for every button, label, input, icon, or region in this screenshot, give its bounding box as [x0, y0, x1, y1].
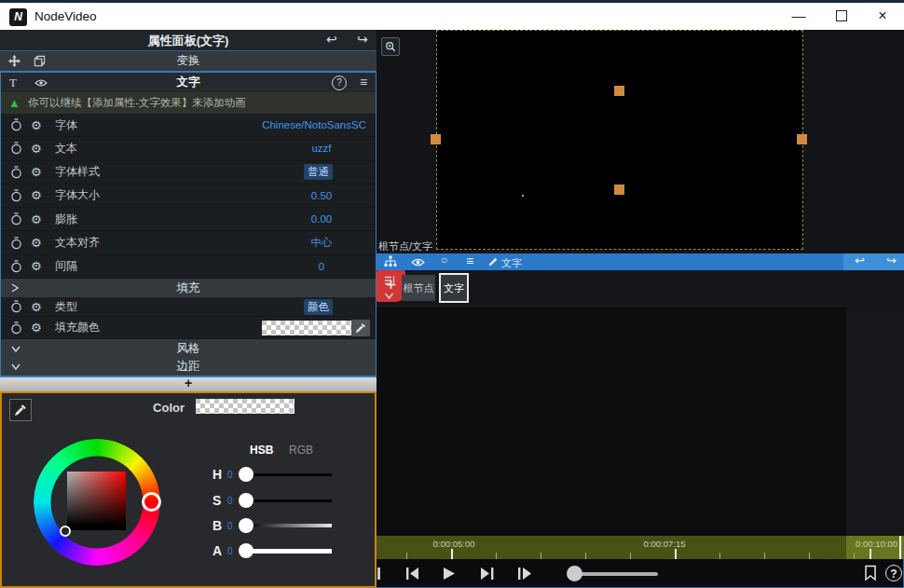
clipped-icon [377, 567, 380, 580]
keyframe-stopwatch-icon[interactable] [10, 237, 31, 250]
gear-icon[interactable]: ⚙ [31, 321, 55, 335]
panel-resize-divider[interactable]: + [0, 377, 377, 391]
gear-icon[interactable]: ⚙ [31, 165, 55, 179]
selection-handle-top[interactable] [614, 86, 624, 96]
alpha-slider-handle[interactable] [239, 543, 253, 558]
help-icon[interactable]: ? [332, 75, 347, 90]
fill-section-header[interactable]: 填充 [1, 279, 376, 297]
property-value[interactable]: 普通 [304, 164, 333, 180]
gear-icon[interactable]: ⚙ [31, 142, 55, 156]
transport-bar: ? [377, 559, 904, 588]
property-value[interactable]: 中心 [277, 236, 366, 250]
node-list-icon[interactable] [383, 275, 396, 287]
nodevideo-window: N NodeVideo — × 属性面板(文字) ↩ ↪ 变换 T [0, 0, 904, 588]
menu-icon[interactable]: ≡ [466, 253, 473, 268]
ruler-tick [630, 553, 631, 559]
keyframe-stopwatch-icon[interactable] [10, 142, 31, 155]
pencil-icon[interactable] [487, 256, 499, 267]
hue-slider-track[interactable] [250, 473, 332, 476]
saturation-slider-track[interactable] [250, 499, 332, 502]
eye-icon[interactable] [411, 257, 425, 267]
alpha-slider-track[interactable] [250, 549, 332, 554]
keyframe-stopwatch-icon[interactable] [10, 166, 31, 179]
brightness-slider-handle[interactable] [239, 518, 253, 533]
title-bar: N NodeVideo — × [0, 0, 904, 30]
margin-section-header[interactable]: 边距 [1, 358, 376, 376]
redo-icon[interactable]: ↪ [886, 253, 897, 267]
property-value[interactable]: uzzf [277, 143, 366, 154]
gear-icon[interactable]: ⚙ [31, 118, 55, 132]
selection-handle-left[interactable] [431, 134, 441, 144]
chevron-down-icon[interactable] [383, 292, 395, 300]
ruler-tick [719, 553, 720, 559]
seek-slider-track[interactable] [578, 572, 658, 576]
circle-icon[interactable]: ○ [441, 253, 447, 267]
brightness-slider-track[interactable] [250, 524, 332, 527]
minimize-button[interactable]: — [781, 3, 816, 29]
hue-slider-handle[interactable] [239, 467, 253, 482]
close-button[interactable]: × [865, 3, 900, 29]
saturation-slider-handle[interactable] [239, 493, 253, 508]
keyframe-stopwatch-icon[interactable] [10, 300, 31, 313]
keyframe-stopwatch-icon[interactable] [10, 118, 31, 131]
property-value[interactable]: 0 [277, 261, 366, 272]
property-value[interactable]: 0.00 [277, 213, 366, 225]
keyframe-stopwatch-icon[interactable] [10, 321, 31, 335]
gear-icon[interactable]: ⚙ [31, 259, 55, 273]
ruler-tick-major [675, 549, 677, 559]
maximize-button[interactable] [824, 3, 859, 29]
style-section-header[interactable]: 风格 [1, 339, 376, 358]
next-frame-button[interactable] [479, 567, 496, 581]
selection-handle-bottom[interactable] [614, 185, 624, 195]
menu-icon[interactable]: ≡ [360, 75, 367, 89]
undo-icon[interactable]: ↩ [326, 32, 337, 47]
fill-type-value[interactable]: 颜色 [304, 299, 333, 315]
node-tree-icon[interactable] [384, 255, 397, 267]
gear-icon[interactable]: ⚙ [31, 212, 55, 226]
step-forward-button[interactable] [516, 567, 533, 581]
hue-wheel-marker[interactable] [142, 492, 161, 512]
timeline-tracks-area[interactable] [377, 308, 904, 536]
breadcrumb: 根节点/文字 [378, 239, 432, 253]
keyframe-stopwatch-icon[interactable] [10, 189, 31, 202]
composition-canvas[interactable] [436, 30, 803, 250]
bookmark-icon[interactable] [863, 565, 878, 581]
gear-icon[interactable]: ⚙ [31, 236, 55, 250]
hue-slider-label: H [212, 467, 227, 482]
fill-type-row: ⚙ 类型 颜色 [1, 297, 376, 317]
preview-viewport[interactable]: 根节点/文字 [377, 30, 904, 253]
tab-hsb[interactable]: HSB [250, 444, 273, 457]
node-button-text-selected[interactable]: 文字 [439, 273, 469, 303]
zoom-tool-icon[interactable] [381, 37, 400, 56]
fill-color-swatch[interactable] [262, 321, 351, 335]
hint-text: 你可以继续【添加属性-文字效果】来添加动画 [28, 96, 246, 110]
prev-frame-button[interactable] [404, 567, 421, 581]
selection-handle-right[interactable] [797, 134, 807, 144]
timeline-ruler[interactable]: 0:00:05:00 0:00:07:15 0:00:10:00 [377, 536, 904, 559]
redo-icon[interactable]: ↪ [357, 32, 368, 47]
transform-section-row[interactable]: 变换 [0, 51, 377, 71]
saturation-brightness-square[interactable] [67, 472, 126, 530]
help-button[interactable]: ? [885, 565, 902, 581]
property-value[interactable]: 0.50 [277, 190, 366, 201]
style-section-label: 风格 [1, 341, 376, 357]
keyframe-stopwatch-icon[interactable] [10, 260, 31, 273]
gear-icon[interactable]: ⚙ [31, 188, 55, 202]
tab-rgb[interactable]: RGB [289, 444, 313, 457]
maximize-icon [836, 10, 847, 21]
eyedropper-button[interactable] [9, 399, 32, 421]
sb-square-marker[interactable] [60, 526, 71, 537]
eyedropper-icon[interactable] [351, 320, 370, 336]
property-value[interactable]: Chinese/NotoSansSC [262, 119, 366, 130]
play-button[interactable] [442, 567, 457, 581]
ruler-tick [585, 553, 586, 559]
text-section-row[interactable]: T 文字 ? ≡ [1, 73, 376, 92]
undo-icon[interactable]: ↩ [855, 253, 865, 267]
current-color-swatch [196, 399, 294, 414]
keyframe-stopwatch-icon[interactable] [10, 212, 31, 226]
gear-icon[interactable]: ⚙ [31, 300, 55, 314]
playhead[interactable] [899, 536, 901, 559]
transform-section-label: 变换 [0, 53, 377, 69]
node-button-root[interactable]: 根节点 [402, 275, 435, 301]
seek-slider-handle[interactable] [567, 566, 582, 581]
